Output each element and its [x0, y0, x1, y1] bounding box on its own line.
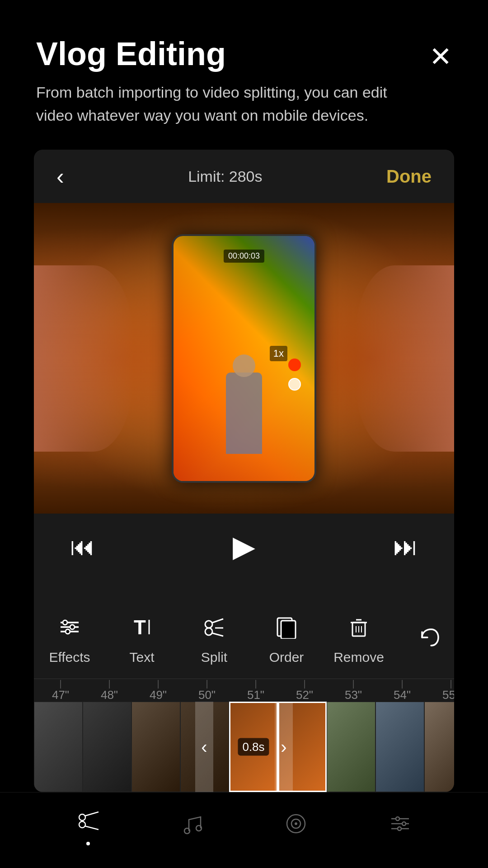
remove-label: Remove [333, 650, 384, 665]
svg-point-5 [66, 629, 70, 634]
app-title: Vlog Editing [36, 36, 429, 72]
timeline-section: 47" 48" 49" 50" 51" 52" 53" 54" 55" [34, 679, 454, 792]
fast-forward-button[interactable]: ⏭ [393, 532, 418, 561]
svg-rect-14 [281, 621, 296, 639]
ruler-mark-55: 55" [427, 679, 454, 702]
bottom-nav [0, 792, 488, 868]
effects-label: Effects [49, 650, 90, 665]
settings-nav-icon [388, 811, 413, 842]
svg-point-4 [70, 625, 75, 629]
nav-cut-dot [86, 842, 90, 845]
ruler-mark-48: 48" [85, 679, 134, 702]
undo-button[interactable] [418, 626, 441, 655]
one-x-badge: 1x [270, 346, 287, 361]
order-icon [275, 615, 298, 644]
ruler-mark-54: 54" [378, 679, 427, 702]
svg-point-35 [398, 827, 401, 830]
nav-effects[interactable] [284, 811, 309, 842]
scissors-icon [202, 615, 226, 644]
person-head [233, 354, 255, 377]
clip-duration-badge: 0.8s [238, 738, 269, 756]
text-label: Text [129, 650, 154, 665]
back-button[interactable]: ‹ [56, 163, 64, 189]
svg-line-24 [84, 826, 99, 830]
editor-panel: ‹ Limit: 280s Done 00:00:03 1x [34, 150, 454, 792]
filmstrip[interactable]: 0.8s ‹ › [34, 702, 454, 792]
person-silhouette [226, 373, 262, 454]
svg-point-9 [205, 628, 212, 635]
phone-screen: 00:00:03 1x [174, 236, 314, 481]
editor-topbar: ‹ Limit: 280s Done [34, 150, 454, 203]
limit-text: Limit: 280s [188, 168, 262, 185]
play-button[interactable]: ▶ [233, 529, 255, 563]
cut-nav-icon [76, 808, 101, 839]
close-icon[interactable]: ✕ [429, 41, 452, 72]
timeline-ruler: 47" 48" 49" 50" 51" 52" 53" 54" 55" [34, 679, 454, 702]
effects-icon [58, 615, 81, 644]
svg-point-22 [79, 821, 85, 828]
hand-left [34, 265, 133, 452]
ruler-marks: 47" 48" 49" 50" 51" 52" 53" 54" 55" [36, 679, 454, 702]
effects-nav-icon [284, 811, 309, 842]
svg-point-8 [205, 621, 212, 628]
done-button[interactable]: Done [386, 166, 432, 187]
svg-point-33 [396, 817, 399, 821]
ruler-mark-49: 49" [134, 679, 183, 702]
toolbar: Effects T Text [34, 606, 454, 679]
remove-icon [347, 615, 371, 644]
filmstrip-arrow-left[interactable]: ‹ [195, 702, 213, 792]
svg-line-23 [84, 812, 99, 816]
ruler-mark-53: 53" [329, 679, 378, 702]
film-thumb-9[interactable] [424, 702, 454, 792]
text-tool[interactable]: T Text [119, 615, 164, 665]
record-dot-white [288, 378, 301, 391]
film-thumb-5[interactable]: 0.8s [229, 702, 278, 792]
film-thumb-8[interactable] [375, 702, 424, 792]
nav-music[interactable] [180, 811, 205, 842]
nav-cut[interactable] [76, 808, 101, 845]
phone-in-scene: 00:00:03 1x [172, 234, 316, 483]
effects-tool[interactable]: Effects [47, 615, 92, 665]
svg-point-29 [295, 822, 297, 825]
order-tool[interactable]: Order [264, 615, 309, 665]
film-thumb-3[interactable] [131, 702, 180, 792]
timestamp-badge: 00:00:03 [224, 250, 264, 263]
video-preview: 00:00:03 1x [34, 203, 454, 514]
hand-right [355, 265, 454, 452]
remove-tool[interactable]: Remove [336, 615, 381, 665]
ruler-mark-50: 50" [183, 679, 231, 702]
svg-line-10 [211, 619, 223, 623]
split-tool[interactable]: Split [192, 615, 237, 665]
svg-line-11 [211, 633, 223, 636]
record-dot-red [288, 359, 301, 371]
film-thumb-1[interactable] [34, 702, 83, 792]
ruler-mark-52: 52" [280, 679, 329, 702]
music-nav-icon [180, 811, 205, 842]
playback-controls: ⏮ ▶ ⏭ [34, 514, 454, 579]
timeline-spacer [34, 579, 454, 606]
svg-point-21 [79, 814, 85, 821]
header-left: Vlog Editing From batch importing to vid… [36, 36, 429, 127]
svg-point-3 [63, 620, 67, 625]
filmstrip-arrow-right[interactable]: › [275, 702, 293, 792]
record-indicator [288, 359, 301, 391]
film-thumb-2[interactable] [83, 702, 131, 792]
ruler-mark-51: 51" [231, 679, 280, 702]
app-container: Vlog Editing From batch importing to vid… [0, 0, 488, 868]
order-label: Order [269, 650, 304, 665]
film-thumb-7[interactable] [327, 702, 375, 792]
svg-text:T: T [134, 616, 146, 638]
app-subtitle: From batch importing to video splitting,… [36, 81, 389, 127]
header: Vlog Editing From batch importing to vid… [0, 0, 488, 141]
split-label: Split [201, 650, 227, 665]
rewind-button[interactable]: ⏮ [70, 532, 95, 561]
nav-settings[interactable] [388, 811, 413, 842]
svg-point-34 [402, 822, 406, 826]
text-icon: T [130, 615, 154, 644]
video-scene: 00:00:03 1x [34, 203, 454, 514]
ruler-mark-47: 47" [36, 679, 85, 702]
